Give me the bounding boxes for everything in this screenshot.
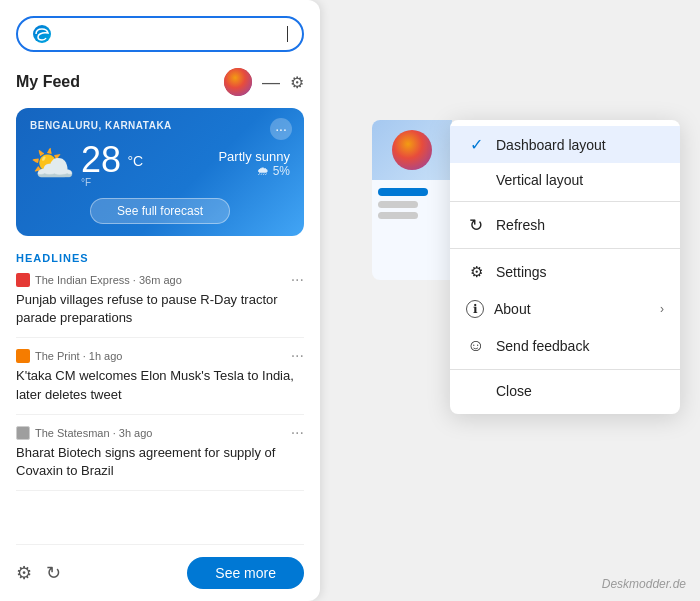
partial-text-area: [372, 180, 452, 231]
menu-item-settings[interactable]: ⚙ Settings: [450, 253, 680, 291]
news-source: The Indian Express · 36m ago: [16, 273, 182, 287]
news-more-button[interactable]: ···: [291, 425, 304, 441]
menu-label-close: Close: [496, 383, 664, 399]
bottom-bar: ⚙ ↻ See more: [16, 544, 304, 601]
partial-card-top: [372, 120, 452, 180]
partial-card: [372, 120, 452, 280]
news-source: The Print · 1h ago: [16, 349, 122, 363]
avatar[interactable]: [224, 68, 252, 96]
news-item: The Statesman · 3h ago ··· Bharat Biotec…: [16, 425, 304, 491]
partial-avatar: [392, 130, 432, 170]
edge-icon: [32, 24, 52, 44]
check-icon: ✓: [466, 135, 486, 154]
search-input[interactable]: [60, 26, 287, 43]
weather-card: ··· BENGALURU, KARNATAKA ⛅ 28 °C °F Part…: [16, 108, 304, 236]
weather-main: ⛅ 28 °C °F Partly sunny 🌧 5%: [30, 139, 290, 188]
headlines-label: HEADLINES: [16, 252, 304, 264]
menu-divider: [450, 201, 680, 202]
menu-divider: [450, 248, 680, 249]
menu-label-settings: Settings: [496, 264, 664, 280]
weather-temperature: 28: [81, 139, 121, 180]
weather-right: Partly sunny 🌧 5%: [218, 149, 290, 178]
source-name: The Statesman · 3h ago: [35, 427, 152, 439]
feed-header: My Feed — ⚙: [16, 68, 304, 96]
menu-item-close[interactable]: Close: [450, 374, 680, 408]
chevron-right-icon: ›: [660, 302, 664, 316]
news-source: The Statesman · 3h ago: [16, 426, 152, 440]
menu-divider: [450, 369, 680, 370]
forecast-button[interactable]: See full forecast: [90, 198, 230, 224]
refresh-icon[interactable]: ↻: [46, 562, 61, 584]
menu-item-refresh[interactable]: ↻ Refresh: [450, 206, 680, 244]
see-more-button[interactable]: See more: [187, 557, 304, 589]
news-source-row: The Indian Express · 36m ago ···: [16, 272, 304, 288]
news-item: The Indian Express · 36m ago ··· Punjab …: [16, 272, 304, 338]
partial-text-blue: [378, 188, 428, 196]
source-icon: [16, 273, 30, 287]
feed-title: My Feed: [16, 73, 224, 91]
menu-label-about: About: [494, 301, 660, 317]
source-name: The Print · 1h ago: [35, 350, 122, 362]
dropdown-menu: ✓ Dashboard layout Vertical layout ↻ Ref…: [450, 120, 680, 414]
news-title[interactable]: Punjab villages refuse to pause R-Day tr…: [16, 291, 304, 327]
left-panel: My Feed — ⚙ ··· BENGALURU, KARNATAKA ⛅ 2…: [0, 0, 320, 601]
cursor-indicator: [287, 26, 289, 42]
news-title[interactable]: Bharat Biotech signs agreement for suppl…: [16, 444, 304, 480]
feedback-icon: ☺: [466, 336, 486, 356]
menu-item-about[interactable]: ℹ About ›: [450, 291, 680, 327]
weather-description: Partly sunny: [218, 149, 290, 164]
watermark: Deskmodder.de: [602, 577, 686, 591]
news-more-button[interactable]: ···: [291, 348, 304, 364]
weather-icon: ⛅: [30, 143, 75, 185]
weather-rain: 🌧 5%: [218, 164, 290, 178]
menu-label-send-feedback: Send feedback: [496, 338, 664, 354]
minimize-button[interactable]: —: [262, 73, 280, 91]
source-icon: [16, 349, 30, 363]
weather-temp-block: 28 °C °F: [81, 139, 143, 188]
menu-item-send-feedback[interactable]: ☺ Send feedback: [450, 327, 680, 365]
news-title[interactable]: K'taka CM welcomes Elon Musk's Tesla to …: [16, 367, 304, 403]
source-icon: [16, 426, 30, 440]
menu-label-dashboard-layout: Dashboard layout: [496, 137, 664, 153]
refresh-icon: ↻: [466, 215, 486, 235]
about-icon: ℹ: [466, 300, 484, 318]
weather-location: BENGALURU, KARNATAKA: [30, 120, 290, 131]
menu-label-refresh: Refresh: [496, 217, 664, 233]
menu-item-dashboard-layout[interactable]: ✓ Dashboard layout: [450, 126, 680, 163]
avatar-image: [224, 68, 252, 96]
news-source-row: The Statesman · 3h ago ···: [16, 425, 304, 441]
menu-item-vertical-layout[interactable]: Vertical layout: [450, 163, 680, 197]
weather-unit-c: °C: [128, 153, 144, 169]
weather-left: ⛅ 28 °C °F: [30, 139, 143, 188]
weather-unit-f: °F: [81, 177, 143, 188]
partial-text-gray: [378, 201, 418, 208]
settings-icon: ⚙: [466, 262, 486, 282]
news-item: The Print · 1h ago ··· K'taka CM welcome…: [16, 348, 304, 414]
news-more-button[interactable]: ···: [291, 272, 304, 288]
source-name: The Indian Express · 36m ago: [35, 274, 182, 286]
menu-label-vertical-layout: Vertical layout: [496, 172, 664, 188]
interests-icon[interactable]: ⚙: [16, 562, 32, 584]
partial-text-gray2: [378, 212, 418, 219]
search-bar[interactable]: [16, 16, 304, 52]
news-source-row: The Print · 1h ago ···: [16, 348, 304, 364]
feed-settings-button[interactable]: ⚙: [290, 73, 304, 92]
